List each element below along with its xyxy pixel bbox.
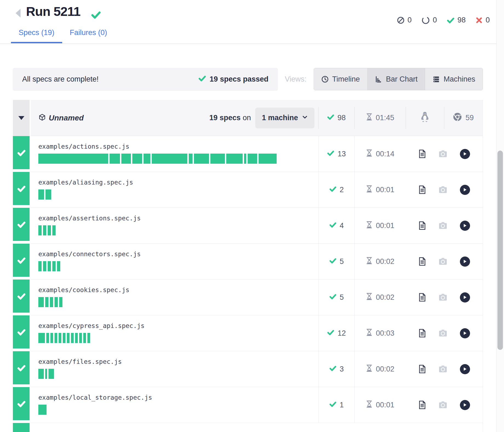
spec-table: Unnamed 19 specs on 1 machine 98 01:45 (13, 100, 483, 432)
browser-version: 59 (465, 114, 474, 122)
screenshots-icon[interactable] (439, 401, 447, 409)
stdout-icon[interactable] (419, 185, 426, 194)
tab-bar: Specs (19) Failures (0) (11, 28, 115, 43)
back-chevron-icon[interactable] (16, 9, 21, 18)
scrollbar-thumb[interactable] (497, 151, 503, 350)
spec-status-gutter (13, 315, 30, 349)
screenshots-icon[interactable] (439, 186, 447, 194)
spec-row[interactable]: examples/aliasing.spec.js200:01 (13, 172, 483, 208)
test-segment (52, 225, 56, 235)
scrollbar-track[interactable] (496, 0, 504, 432)
spec-status-gutter (13, 172, 30, 205)
test-segment (45, 297, 48, 307)
spec-name: examples/cookies.spec.js (38, 286, 318, 293)
stat-skipped: 0 (397, 16, 412, 24)
spec-duration: 00:02 (376, 257, 394, 266)
spec-name: examples/files.spec.js (38, 358, 318, 365)
spec-row[interactable]: examples/local_storage.spec.js100:01 (13, 387, 483, 423)
screenshots-icon[interactable] (439, 365, 447, 373)
view-bar-chart-button[interactable]: Bar Chart (367, 68, 425, 90)
banner-passed: 19 specs passed (198, 74, 268, 84)
test-segment (226, 154, 243, 164)
test-segment (38, 333, 45, 343)
spec-passed-cell: 1 (318, 387, 354, 423)
hourglass-icon (366, 293, 373, 302)
video-play-icon[interactable] (460, 221, 470, 231)
hourglass-icon (366, 185, 373, 194)
screenshots-icon[interactable] (439, 258, 447, 265)
stat-pending: 0 (422, 16, 437, 24)
group-collapse-toggle[interactable] (13, 100, 30, 136)
spec-row-partial[interactable] (13, 423, 483, 432)
check-icon (327, 329, 334, 338)
video-play-icon[interactable] (460, 328, 470, 338)
spec-passed-count: 2 (340, 186, 344, 194)
spec-name: examples/cypress_api.spec.js (38, 322, 318, 329)
machine-dropdown-button[interactable]: 1 machine (255, 108, 314, 128)
spec-main-cell: examples/assertions.spec.js (31, 208, 318, 244)
spec-row[interactable]: examples/connectors.spec.js500:02 (13, 244, 483, 280)
hourglass-icon (366, 401, 373, 410)
video-play-icon[interactable] (460, 149, 470, 159)
spec-test-bar (38, 225, 318, 235)
screenshots-icon[interactable] (439, 222, 447, 229)
video-play-icon[interactable] (460, 185, 470, 195)
spec-status-gutter (13, 136, 30, 169)
check-icon (329, 293, 336, 302)
test-segment (38, 369, 44, 379)
test-segment (48, 261, 51, 271)
view-timeline-button[interactable]: Timeline (314, 68, 367, 90)
screenshots-icon[interactable] (439, 329, 447, 337)
screenshots-icon[interactable] (439, 150, 447, 158)
spec-duration-cell: 00:01 (354, 208, 406, 244)
run-page: Run 5211 0 0 98 0 (0, 0, 504, 432)
hourglass-icon (366, 113, 373, 122)
video-play-icon[interactable] (460, 292, 470, 303)
spec-row[interactable]: examples/cypress_api.spec.js1200:03 (13, 315, 483, 351)
gutter-gap (30, 423, 31, 432)
passed-check-icon (447, 16, 454, 24)
run-passed-check-icon (91, 10, 101, 21)
spec-row[interactable]: examples/actions.spec.js1300:14 (13, 136, 483, 172)
screenshots-icon[interactable] (439, 293, 447, 301)
video-play-icon[interactable] (460, 364, 470, 374)
machine-dropdown-label: 1 machine (262, 114, 298, 122)
spec-test-bar (38, 297, 318, 307)
tab-specs[interactable]: Specs (19) (11, 28, 62, 43)
group-header-row: Unnamed 19 specs on 1 machine 98 01:45 (13, 100, 483, 136)
spec-row[interactable]: examples/assertions.spec.js400:01 (13, 208, 483, 244)
check-icon (329, 185, 336, 194)
failed-count: 0 (486, 16, 490, 24)
stdout-icon[interactable] (419, 401, 426, 409)
spec-row[interactable]: examples/files.spec.js300:02 (13, 351, 483, 387)
group-passed-count: 98 (337, 114, 346, 122)
stdout-icon[interactable] (419, 257, 426, 266)
tab-failures[interactable]: Failures (0) (62, 28, 115, 43)
video-play-icon[interactable] (460, 400, 470, 410)
spec-name: examples/assertions.spec.js (38, 215, 318, 222)
spec-duration: 00:14 (376, 150, 394, 158)
group-specs-count: 19 specs (209, 114, 240, 122)
spec-status-gutter (13, 244, 30, 277)
spec-test-bar (38, 154, 318, 164)
view-machines-button[interactable]: Machines (425, 68, 483, 90)
test-segment (67, 333, 70, 343)
stdout-icon[interactable] (419, 329, 426, 338)
stdout-icon[interactable] (419, 293, 426, 302)
spec-status-gutter (13, 208, 30, 241)
spec-row[interactable]: examples/cookies.spec.js500:02 (13, 280, 483, 315)
stdout-icon[interactable] (419, 149, 426, 158)
stdout-icon[interactable] (419, 365, 426, 373)
spec-duration-cell: 00:01 (354, 387, 406, 423)
stat-failed: 0 (476, 16, 490, 24)
stdout-icon[interactable] (419, 221, 426, 230)
page-title: Run 5211 (26, 4, 80, 19)
spec-test-bar (38, 405, 318, 415)
spec-duration: 00:02 (376, 365, 394, 373)
video-play-icon[interactable] (460, 257, 470, 267)
test-segment (144, 154, 150, 164)
hourglass-icon (366, 221, 373, 230)
view-bar-chart-label: Bar Chart (386, 75, 418, 83)
spec-main-cell: examples/actions.spec.js (31, 136, 318, 172)
spec-name: examples/connectors.spec.js (38, 250, 318, 258)
